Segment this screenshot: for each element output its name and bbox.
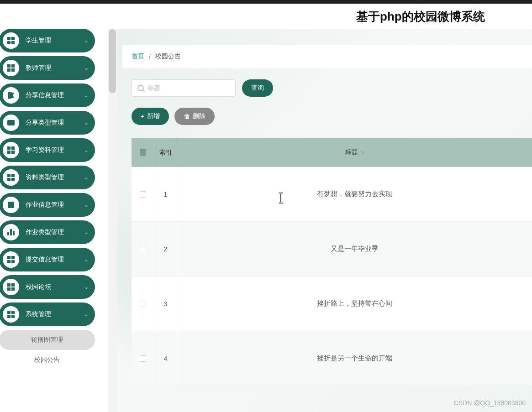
row-checkbox[interactable] xyxy=(140,355,146,362)
table-row: 1 有梦想，就要努力去实现 xyxy=(132,167,532,222)
nav-homework-type[interactable]: 作业类型管理 ⌄ xyxy=(0,220,95,244)
flag-icon xyxy=(3,87,19,104)
search-button[interactable]: 查询 xyxy=(242,79,273,97)
search-input[interactable] xyxy=(147,84,230,92)
breadcrumb-separator: / xyxy=(149,53,151,60)
add-label: 新增 xyxy=(147,112,160,120)
chevron-down-icon: ⌄ xyxy=(84,120,89,126)
header-index: 索引 xyxy=(154,138,177,167)
nav-campus-forum[interactable]: 校园论坛 ⌄ xyxy=(0,275,95,299)
text-cursor xyxy=(280,194,281,202)
table-row: 4 挫折是另一个生命的开端 xyxy=(132,331,532,386)
nav-label: 校园论坛 xyxy=(26,283,84,291)
chevron-down-icon: ⌄ xyxy=(84,202,89,208)
search-toolbar: 查询 xyxy=(132,79,273,97)
row-checkbox[interactable] xyxy=(140,301,146,307)
delete-label: 删除 xyxy=(193,112,205,120)
select-all-checkbox[interactable] xyxy=(140,149,146,156)
breadcrumb: 首页 / 校园公告 xyxy=(122,45,532,68)
chevron-down-icon: ⌄ xyxy=(84,174,89,181)
stop-icon xyxy=(3,197,19,213)
sidebar: 学生管理 ⌄ 教师管理 ⌄ 分享信息管理 ⌄ 分享类型管理 ⌄ 学习资料管理 ⌄… xyxy=(0,25,96,412)
nav-share-type[interactable]: 分享类型管理 ⌄ xyxy=(0,111,95,135)
grid-icon xyxy=(3,60,19,76)
grid-icon xyxy=(3,169,19,186)
nav-study-material[interactable]: 学习资料管理 ⌄ xyxy=(0,138,95,162)
row-title: 又是一年毕业季 xyxy=(177,245,532,253)
nav-label: 作业信息管理 xyxy=(26,201,84,209)
chevron-down-icon: ⌄ xyxy=(84,37,89,44)
chevron-down-icon: ⌄ xyxy=(84,311,89,318)
row-index: 1 xyxy=(154,167,177,221)
chart-icon xyxy=(3,224,19,240)
chevron-down-icon: ⌄ xyxy=(84,229,89,235)
chevron-down-icon: ⌄ xyxy=(84,147,89,153)
breadcrumb-home[interactable]: 首页 xyxy=(132,52,144,61)
message-icon xyxy=(3,115,19,131)
nav-label: 分享类型管理 xyxy=(26,119,84,127)
chevron-down-icon: ⌄ xyxy=(84,92,89,99)
top-border xyxy=(0,0,532,4)
header-title[interactable]: 标题 ⇅ xyxy=(177,148,532,156)
header-title-label: 标题 xyxy=(345,148,358,156)
row-title: 挫折路上，坚持常在心间 xyxy=(177,299,532,308)
search-box xyxy=(132,79,236,97)
table-body: 1 有梦想，就要努力去实现 2 又是一年毕业季 3 挫折路上，坚持常在心间 4 … xyxy=(132,167,532,386)
grid-icon xyxy=(3,251,19,268)
action-toolbar: + 新增 🗑 删除 xyxy=(132,108,215,125)
delete-button[interactable]: 🗑 删除 xyxy=(174,108,215,125)
nav-label: 提交信息管理 xyxy=(26,256,84,264)
nav-label: 作业类型管理 xyxy=(26,228,84,236)
chevron-down-icon: ⌄ xyxy=(84,256,89,263)
data-table: 索引 标题 ⇅ 1 有梦想，就要努力去实现 2 又是一年毕业季 3 挫折路上，坚… xyxy=(132,138,532,386)
nav-teacher-mgmt[interactable]: 教师管理 ⌄ xyxy=(0,56,95,80)
nav-homework-info[interactable]: 作业信息管理 ⌄ xyxy=(0,193,95,217)
main-content: 首页 / 校园公告 查询 + 新增 🗑 删除 索引 标题 ⇅ xyxy=(117,29,532,412)
nav-label: 系统管理 xyxy=(26,310,84,318)
nav-system-mgmt[interactable]: 系统管理 ⌄ xyxy=(0,302,95,326)
row-index: 4 xyxy=(154,331,177,386)
table-row: 3 挫折路上，坚持常在心间 xyxy=(132,276,532,331)
row-checkbox[interactable] xyxy=(140,191,146,198)
sub-carousel-mgmt[interactable]: 轮播图管理 xyxy=(0,330,95,350)
chevron-down-icon: ⌄ xyxy=(84,284,89,290)
grid-icon xyxy=(3,306,19,323)
nav-share-info[interactable]: 分享信息管理 ⌄ xyxy=(0,83,95,107)
watermark: CSDN @QQ_188083800 xyxy=(454,399,526,407)
nav-submit-info[interactable]: 提交信息管理 ⌄ xyxy=(0,248,95,271)
nav-label: 学习资料管理 xyxy=(26,146,84,154)
row-index: 2 xyxy=(154,222,177,276)
add-button[interactable]: + 新增 xyxy=(132,108,169,125)
header-checkbox-cell xyxy=(132,138,154,167)
sub-campus-notice[interactable]: 校园公告 xyxy=(0,350,95,370)
row-checkbox[interactable] xyxy=(140,246,146,252)
table-row: 2 又是一年毕业季 xyxy=(132,222,532,276)
sort-icon: ⇅ xyxy=(361,150,364,155)
grid-icon xyxy=(3,142,19,158)
nav-label: 分享信息管理 xyxy=(26,91,84,99)
trash-icon: 🗑 xyxy=(184,113,190,120)
nav-material-type[interactable]: 资料类型管理 ⌄ xyxy=(0,166,95,189)
nav-label: 教师管理 xyxy=(26,64,84,72)
chevron-down-icon: ⌄ xyxy=(84,65,89,71)
table-header: 索引 标题 ⇅ xyxy=(132,138,532,167)
search-icon xyxy=(137,85,144,91)
grid-icon xyxy=(3,32,19,49)
row-title: 挫折是另一个生命的开端 xyxy=(177,354,532,363)
row-title: 有梦想，就要努力去实现 xyxy=(177,190,532,198)
grid-icon xyxy=(3,279,19,295)
breadcrumb-current: 校园公告 xyxy=(155,52,181,61)
nav-label: 学生管理 xyxy=(26,37,84,45)
row-index: 3 xyxy=(154,276,177,331)
plus-icon: + xyxy=(141,113,144,120)
nav-student-mgmt[interactable]: 学生管理 ⌄ xyxy=(0,29,95,52)
app-title: 基于php的校园微博系统 xyxy=(356,9,485,25)
nav-label: 资料类型管理 xyxy=(26,173,84,182)
scrollbar-thumb[interactable] xyxy=(109,29,116,93)
